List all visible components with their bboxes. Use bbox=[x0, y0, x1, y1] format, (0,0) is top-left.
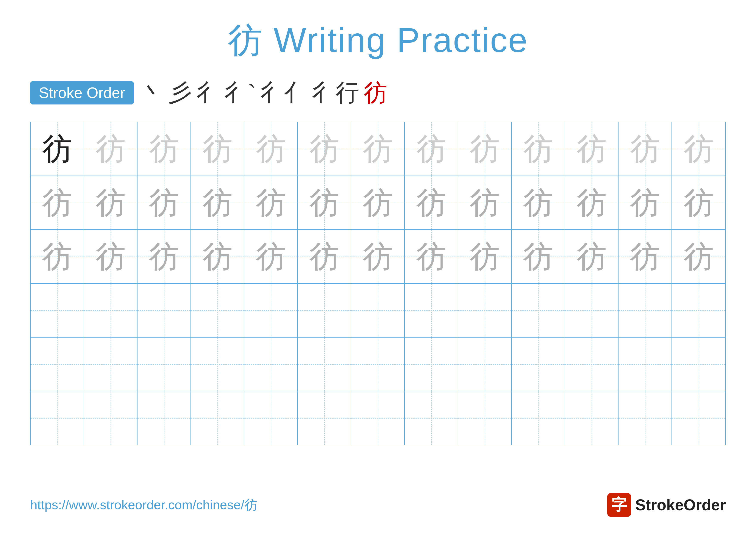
char-guide: 彷 bbox=[95, 188, 126, 218]
grid-cell-r5c5[interactable] bbox=[244, 338, 298, 391]
grid-cell-r3c10: 彷 bbox=[512, 230, 565, 283]
grid-cell-r6c12[interactable] bbox=[618, 392, 672, 445]
grid-cell-r6c3[interactable] bbox=[138, 392, 191, 445]
grid-row-6 bbox=[31, 392, 725, 445]
grid-cell-r1c8: 彷 bbox=[405, 122, 458, 176]
char-guide: 彷 bbox=[416, 242, 446, 272]
char-guide: 彷 bbox=[363, 134, 393, 164]
grid-cell-r4c11[interactable] bbox=[565, 284, 618, 337]
char-guide: 彷 bbox=[149, 242, 179, 272]
stroke-2: 彡 bbox=[168, 77, 192, 109]
grid-cell-r2c5: 彷 bbox=[244, 176, 298, 229]
grid-cell-r1c3: 彷 bbox=[138, 122, 191, 176]
grid-row-5 bbox=[31, 338, 725, 392]
grid-cell-r5c6[interactable] bbox=[298, 338, 351, 391]
grid-cell-r6c13[interactable] bbox=[672, 392, 725, 445]
grid-cell-r2c11: 彷 bbox=[565, 176, 618, 229]
grid-cell-r1c12: 彷 bbox=[618, 122, 672, 176]
grid-cell-r5c3[interactable] bbox=[138, 338, 191, 391]
char-guide: 彷 bbox=[202, 188, 232, 218]
grid-cell-r4c12[interactable] bbox=[618, 284, 672, 337]
footer: https://www.strokeorder.com/chinese/彷 字 … bbox=[30, 493, 726, 517]
grid-cell-r1c7: 彷 bbox=[351, 122, 405, 176]
stroke-6: 彳行 bbox=[312, 77, 359, 109]
grid-cell-r2c12: 彷 bbox=[618, 176, 672, 229]
grid-cell-r4c1[interactable] bbox=[31, 284, 84, 337]
grid-cell-r2c10: 彷 bbox=[512, 176, 565, 229]
grid-cell-r6c2[interactable] bbox=[84, 392, 138, 445]
stroke-sequence: 丶 彡 彳 彳` 彳亻 彳行 彷 bbox=[140, 77, 388, 109]
char-guide: 彷 bbox=[256, 188, 286, 218]
grid-cell-r6c9[interactable] bbox=[458, 392, 512, 445]
footer-logo-text: StrokeOrder bbox=[635, 496, 726, 514]
grid-cell-r5c11[interactable] bbox=[565, 338, 618, 391]
char-guide: 彷 bbox=[684, 242, 714, 272]
char-guide: 彷 bbox=[523, 242, 553, 272]
grid-cell-r4c3[interactable] bbox=[138, 284, 191, 337]
grid-cell-r2c9: 彷 bbox=[458, 176, 512, 229]
char-guide: 彷 bbox=[202, 134, 232, 164]
grid-cell-r2c7: 彷 bbox=[351, 176, 405, 229]
char-guide: 彷 bbox=[630, 188, 660, 218]
char-guide: 彷 bbox=[630, 134, 660, 164]
grid-cell-r3c9: 彷 bbox=[458, 230, 512, 283]
char-guide: 彷 bbox=[95, 134, 126, 164]
grid-cell-r2c2: 彷 bbox=[84, 176, 138, 229]
grid-cell-r4c10[interactable] bbox=[512, 284, 565, 337]
grid-cell-r3c6: 彷 bbox=[298, 230, 351, 283]
grid-cell-r5c12[interactable] bbox=[618, 338, 672, 391]
grid-cell-r6c1[interactable] bbox=[31, 392, 84, 445]
char-guide: 彷 bbox=[95, 242, 126, 272]
grid-cell-r6c8[interactable] bbox=[405, 392, 458, 445]
grid-cell-r4c5[interactable] bbox=[244, 284, 298, 337]
grid-cell-r6c10[interactable] bbox=[512, 392, 565, 445]
grid-cell-r2c13: 彷 bbox=[672, 176, 725, 229]
grid-cell-r4c9[interactable] bbox=[458, 284, 512, 337]
stroke-5: 彳亻 bbox=[260, 77, 308, 109]
char-guide: 彷 bbox=[523, 188, 553, 218]
grid-cell-r5c1[interactable] bbox=[31, 338, 84, 391]
char-guide: 彷 bbox=[630, 242, 660, 272]
stroke-1: 丶 bbox=[140, 77, 164, 109]
grid-cell-r1c13: 彷 bbox=[672, 122, 725, 176]
grid-cell-r4c8[interactable] bbox=[405, 284, 458, 337]
grid-cell-r4c6[interactable] bbox=[298, 284, 351, 337]
grid-cell-r6c11[interactable] bbox=[565, 392, 618, 445]
grid-cell-r6c7[interactable] bbox=[351, 392, 405, 445]
stroke-3: 彳 bbox=[196, 77, 220, 109]
strokeorder-logo-icon: 字 bbox=[607, 493, 631, 517]
grid-cell-r4c2[interactable] bbox=[84, 284, 138, 337]
grid-cell-r5c13[interactable] bbox=[672, 338, 725, 391]
char-guide: 彷 bbox=[309, 134, 339, 164]
grid-cell-r1c5: 彷 bbox=[244, 122, 298, 176]
char-guide: 彷 bbox=[577, 188, 607, 218]
footer-url[interactable]: https://www.strokeorder.com/chinese/彷 bbox=[30, 496, 257, 514]
grid-cell-r4c13[interactable] bbox=[672, 284, 725, 337]
grid-cell-r4c4[interactable] bbox=[191, 284, 244, 337]
char-guide: 彷 bbox=[363, 188, 393, 218]
grid-cell-r3c11: 彷 bbox=[565, 230, 618, 283]
char-guide: 彷 bbox=[470, 188, 500, 218]
grid-cell-r6c4[interactable] bbox=[191, 392, 244, 445]
grid-cell-r5c9[interactable] bbox=[458, 338, 512, 391]
grid-cell-r1c6: 彷 bbox=[298, 122, 351, 176]
char-guide: 彷 bbox=[577, 242, 607, 272]
char-guide: 彷 bbox=[256, 134, 286, 164]
grid-cell-r2c4: 彷 bbox=[191, 176, 244, 229]
grid-cell-r1c9: 彷 bbox=[458, 122, 512, 176]
char-display: 彷 bbox=[42, 134, 72, 164]
grid-cell-r3c5: 彷 bbox=[244, 230, 298, 283]
char-guide: 彷 bbox=[470, 134, 500, 164]
grid-cell-r3c1: 彷 bbox=[31, 230, 84, 283]
grid-cell-r6c6[interactable] bbox=[298, 392, 351, 445]
grid-cell-r4c7[interactable] bbox=[351, 284, 405, 337]
grid-cell-r5c7[interactable] bbox=[351, 338, 405, 391]
grid-row-3: 彷 彷 彷 彷 彷 彷 彷 彷 彷 彷 彷 彷 彷 bbox=[31, 230, 725, 284]
grid-cell-r6c5[interactable] bbox=[244, 392, 298, 445]
grid-cell-r5c10[interactable] bbox=[512, 338, 565, 391]
grid-cell-r5c8[interactable] bbox=[405, 338, 458, 391]
char-guide: 彷 bbox=[256, 242, 286, 272]
grid-cell-r5c4[interactable] bbox=[191, 338, 244, 391]
char-guide: 彷 bbox=[42, 188, 72, 218]
grid-cell-r5c2[interactable] bbox=[84, 338, 138, 391]
